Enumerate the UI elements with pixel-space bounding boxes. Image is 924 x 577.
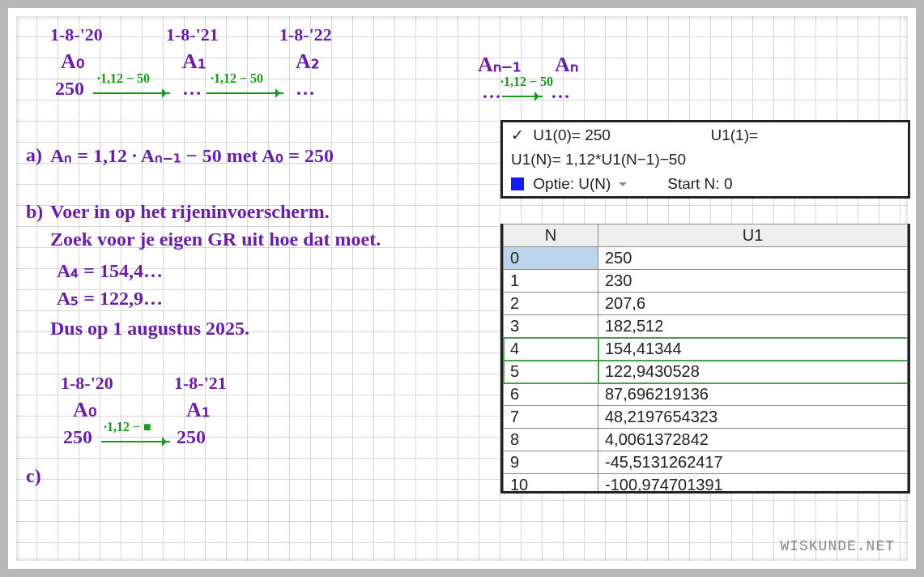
col-n: N [504, 224, 598, 247]
cell-n: 2 [504, 293, 598, 315]
term-an: Aₙ [555, 52, 578, 77]
cell-u1: 250 [598, 247, 908, 270]
val-1: … [182, 78, 202, 100]
cell-u1: 207,6 [598, 293, 908, 315]
calc-row-optie: Optie: U(N) Start N: 0 [503, 172, 908, 196]
op-2: ·1,12 − 50 [500, 75, 553, 89]
start-label: Start N: [667, 175, 719, 192]
table-row[interactable]: 10-100,974701391 [504, 474, 908, 494]
cell-n: 3 [504, 315, 598, 338]
un-value: 1,12*U1(N−1)−50 [565, 151, 686, 168]
table-row[interactable]: 0250 [504, 247, 908, 270]
cell-n: 1 [504, 270, 598, 293]
cell-n: 7 [504, 406, 598, 429]
cell-u1: 4,0061372842 [598, 429, 908, 451]
date-1: 1-8-'21 [166, 24, 219, 45]
table-row[interactable]: 84,0061372842 [504, 429, 908, 451]
arrow-2 [502, 96, 543, 97]
cell-u1: 87,696219136 [598, 383, 908, 406]
term-an-1: Aₙ₋₁ [478, 52, 521, 77]
part-c-label: c) [26, 465, 41, 487]
t2-val-0: 250 [63, 426, 92, 448]
part-b-line2: Zoek voor je eigen GR uit hoe dat moet. [50, 229, 381, 250]
t2-val-1: 250 [177, 426, 206, 448]
part-b-conclusion: Dus op 1 augustus 2025. [50, 318, 249, 340]
col-u1: U1 [598, 224, 908, 247]
calculator-input-panel: ✓ U1(0)= 250 U1(1)= U1(N)= 1,12*U1(N−1)−… [500, 120, 910, 199]
op-1: ·1,12 − 50 [211, 71, 263, 86]
sequence-table: N U1 025012302207,63182,5124154,41344512… [503, 224, 908, 494]
cell-n: 9 [504, 451, 598, 474]
optie-label: Optie: [533, 175, 574, 192]
t2-term-0: A₀ [73, 397, 96, 422]
chevron-down-icon[interactable] [619, 181, 627, 189]
t2-date-1: 1-8-'21 [174, 373, 227, 394]
check-icon: ✓ [511, 126, 524, 143]
calculator-table-panel: N U1 025012302207,63182,5124154,41344512… [500, 224, 910, 494]
cell-n: 5 [504, 361, 598, 383]
val-0: 250 [55, 78, 84, 100]
start-value: 0 [724, 175, 733, 192]
t2-arrow [101, 441, 170, 442]
un-label: U1(N)= [511, 151, 561, 168]
t2-date-0: 1-8-'20 [61, 373, 113, 394]
table-row[interactable]: 3182,512 [504, 315, 908, 338]
table-row[interactable]: 4154,41344 [504, 338, 908, 361]
part-b-a5: A₅ = 122,9… [57, 287, 163, 310]
date-2: 1-8-'22 [279, 24, 332, 45]
t2-op: ·1,12 − ■ [104, 420, 151, 434]
watermark: WISKUNDE.NET [780, 538, 895, 554]
part-a-label: a) [26, 144, 42, 166]
cell-u1: -45,5131262417 [598, 451, 908, 474]
val-4: … [551, 81, 570, 103]
cell-n: 10 [504, 474, 598, 494]
u10-value: 250 [585, 126, 706, 144]
table-row[interactable]: 5122,9430528 [504, 361, 908, 383]
optie-value[interactable]: U(N) [578, 175, 611, 192]
u11-label: U1(1)= [710, 126, 758, 143]
cell-n: 6 [504, 383, 598, 406]
table-row[interactable]: 1230 [504, 270, 908, 293]
calc-row-un: U1(N)= 1,12*U1(N−1)−50 [503, 147, 908, 172]
cell-n: 0 [504, 247, 598, 270]
cell-n: 4 [504, 338, 598, 361]
term-a1: A₁ [182, 49, 206, 74]
blue-square-icon [511, 177, 524, 190]
table-row[interactable]: 9-45,5131262417 [504, 451, 908, 474]
op-0: ·1,12 − 50 [97, 71, 150, 86]
val-2: … [296, 78, 315, 100]
part-a-formula: Aₙ = 1,12 · Aₙ₋₁ − 50 met A₀ = 250 [50, 144, 334, 167]
cell-u1: 230 [598, 270, 908, 293]
term-a2: A₂ [296, 49, 319, 74]
cell-u1: -100,974701391 [598, 474, 908, 494]
table-row[interactable]: 2207,6 [504, 293, 908, 315]
date-0: 1-8-'20 [50, 24, 103, 45]
table-row[interactable]: 687,696219136 [504, 383, 908, 406]
cell-n: 8 [504, 429, 598, 451]
cell-u1: 122,9430528 [598, 361, 908, 383]
arrow-0 [93, 92, 170, 94]
t2-term-1: A₁ [186, 397, 210, 422]
part-b-a4: A₄ = 154,4… [57, 259, 163, 282]
calc-row-u10: ✓ U1(0)= 250 U1(1)= [503, 122, 908, 147]
table-row[interactable]: 748,2197654323 [504, 406, 908, 429]
part-b-line1: Voer in op het rijeninvoerscherm. [50, 201, 330, 223]
part-b-label: b) [26, 201, 43, 223]
cell-u1: 48,2197654323 [598, 406, 908, 429]
val-3: … [482, 81, 501, 103]
cell-u1: 182,512 [598, 315, 908, 338]
u10-label: U1(0)= [533, 126, 581, 143]
term-a0: A₀ [61, 49, 84, 74]
cell-u1: 154,41344 [598, 338, 908, 361]
arrow-1 [207, 92, 283, 94]
